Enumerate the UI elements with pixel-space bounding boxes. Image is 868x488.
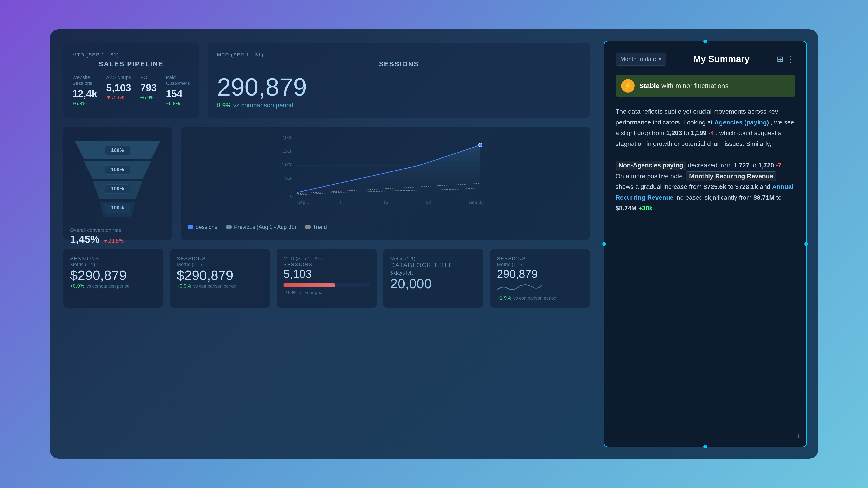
metric-label-3: Paid Customers <box>166 74 190 86</box>
agency-to: 1,199 <box>691 129 707 136</box>
metric-delta-2: +6.9% <box>140 95 157 101</box>
sessions-comparison: 8.9% vs comparison period <box>217 102 581 109</box>
sparkline <box>497 281 542 294</box>
bottom-card-delta-0: +0.9% <box>70 283 84 289</box>
chart-area: 100% 100% 100% 100% Overall conversion r… <box>63 127 590 240</box>
funnel-chart: 100% 100% 100% 100% Overall conversion r… <box>63 127 172 240</box>
funnel-svg: 100% 100% 100% 100% <box>70 134 165 224</box>
summary-panel: Month to date ▾ My Summary ⊞ ⋮ ⚡ Stable … <box>603 41 807 447</box>
bottom-date-2: MTD (Sep 1 - 31) <box>283 256 370 262</box>
non-agency-to: 1,720 <box>758 162 774 169</box>
to-text-3: to <box>776 194 781 201</box>
pipeline-card: MTD (Sep 1 - 31) SALES PIPELINE Website … <box>63 43 199 118</box>
status-icon: ⚡ <box>621 79 635 93</box>
svg-text:8: 8 <box>340 200 343 205</box>
svg-text:100%: 100% <box>111 147 124 153</box>
svg-text:100%: 100% <box>111 186 124 191</box>
legend-color-previous <box>226 225 232 229</box>
conversion-section: Overall conversion rate 1,45% ▼28.5% <box>70 227 124 246</box>
svg-text:0: 0 <box>290 194 293 199</box>
sessions-mtd-label: MTD (Sep 1 - 31) <box>217 52 581 58</box>
arr-text: increased significantly from <box>675 194 753 201</box>
bottom-card-value-4: 290,879 <box>497 267 583 281</box>
svg-point-23 <box>478 143 482 147</box>
svg-text:500: 500 <box>285 176 293 181</box>
sessions-comparison-label: vs comparison period <box>233 102 293 109</box>
bottom-card-label-2: Sessions <box>283 262 370 267</box>
non-agency-from: 1,727 <box>734 162 749 169</box>
legend-previous: Previous (Aug 1 - Aug 31) <box>226 224 296 230</box>
legend-label-previous: Previous (Aug 1 - Aug 31) <box>234 224 296 230</box>
bottom-card-desc-1: vs comparison period <box>193 284 236 289</box>
to-text-0: to <box>684 129 691 136</box>
legend-sessions: Sessions <box>188 224 217 230</box>
line-chart-svg: 2,000 1,500 1,000 500 0 Sep 1 8 15 22 Se… <box>188 134 583 220</box>
sessions-title: SESSIONS <box>217 60 581 68</box>
svg-text:1,000: 1,000 <box>281 162 293 167</box>
svg-text:1,500: 1,500 <box>281 149 293 154</box>
status-badge: ⚡ Stable with minor fluctuations <box>616 74 795 97</box>
sessions-value: 290,879 <box>217 74 581 99</box>
agency-from: 1,203 <box>666 129 682 136</box>
metric-paid-customers: Paid Customers 154 +6.9% <box>166 74 190 106</box>
goal-value-0: 20,000 <box>390 276 476 291</box>
non-agency-text: decreased from <box>688 162 734 169</box>
bottom-card-label-4: SESSIONS <box>497 256 583 262</box>
bottom-card-label-1: SESSIONS <box>177 256 263 262</box>
panel-title: My Summary <box>666 54 777 64</box>
metric-value-2: 793 <box>140 82 157 94</box>
svg-text:15: 15 <box>383 200 388 205</box>
legend-color-sessions <box>188 225 193 229</box>
bottom-date-3: Metric (1.1) <box>390 256 476 262</box>
progress-fill-0 <box>283 283 335 287</box>
metric-value-3: 154 <box>166 88 190 99</box>
progress-bar-0 <box>283 283 370 287</box>
days-left: 3 days left <box>390 270 476 276</box>
bottom-card-3: Metric (1.1) DATABLOCK TITLE 3 days left… <box>383 249 483 308</box>
arr-to: $8.74M <box>616 205 637 212</box>
sessions-card: MTD (Sep 1 - 31) SESSIONS 290,879 8.9% v… <box>208 43 590 118</box>
pipeline-mtd-label: MTD (Sep 1 - 31) <box>72 52 190 58</box>
status-bold: Stable <box>639 82 659 90</box>
metric-label-0: Website Sessions <box>72 74 97 86</box>
bottom-card-desc-4: vs comparison period <box>513 295 556 301</box>
mrr-from: $725.6k <box>704 183 726 190</box>
conversion-label: Overall conversion rate <box>70 227 124 233</box>
to-text-1: to <box>751 162 758 169</box>
pipeline-title: SALES PIPELINE <box>72 60 190 68</box>
date-filter-button[interactable]: Month to date ▾ <box>616 53 666 66</box>
metric-value-0: 12,4k <box>72 88 97 99</box>
metric-label-1: All Signups <box>106 74 131 80</box>
metric-all-signups: All Signups 5,103 ▼72.6% <box>106 74 131 106</box>
arr-delta: +30k <box>638 205 654 212</box>
status-rest: with minor fluctuations <box>659 82 728 90</box>
svg-text:Sep 1: Sep 1 <box>297 200 309 205</box>
mrr-to: $728.1k <box>735 183 758 190</box>
metric-value-1: 5,103 <box>106 82 131 94</box>
panel-header: Month to date ▾ My Summary ⊞ ⋮ <box>616 53 795 66</box>
svg-text:2,000: 2,000 <box>281 135 293 140</box>
chevron-down-icon: ▾ <box>658 56 661 63</box>
top-section: MTD (Sep 1 - 31) SALES PIPELINE Website … <box>63 43 590 118</box>
legend-color-trend <box>305 225 311 229</box>
bottom-date-0: Metric (1.1) <box>70 262 156 267</box>
bottom-card-value-0: $290,879 <box>70 267 156 283</box>
bottom-date-4: Metric (1.1) <box>497 262 583 267</box>
main-container: MTD (Sep 1 - 31) SALES PIPELINE Website … <box>50 29 818 459</box>
panel-info-icon: ℹ <box>797 432 800 440</box>
bottom-card-delta-1: +0.9% <box>177 283 191 289</box>
svg-text:100%: 100% <box>111 205 124 210</box>
goal-desc-0: of your goal <box>300 290 323 295</box>
chart-legend: Sessions Previous (Aug 1 - Aug 31) Trend <box>188 221 583 230</box>
line-chart: 2,000 1,500 1,000 500 0 Sep 1 8 15 22 Se… <box>181 127 590 240</box>
corner-dot-bottom <box>704 445 707 449</box>
more-options-button[interactable]: ⋮ <box>787 55 795 64</box>
image-icon-button[interactable]: ⊞ <box>777 55 783 64</box>
agency-delta: -4 <box>708 129 716 136</box>
agency-highlight: Agencies (paying) <box>714 119 771 126</box>
conversion-value: 1,45% <box>70 233 99 246</box>
bottom-card-value-2: 5,103 <box>283 267 370 281</box>
bottom-card-desc-0: vs comparison period <box>87 284 129 289</box>
bottom-card-delta-4: +1.9% <box>497 295 511 301</box>
panel-icons: ⊞ ⋮ <box>777 55 795 64</box>
